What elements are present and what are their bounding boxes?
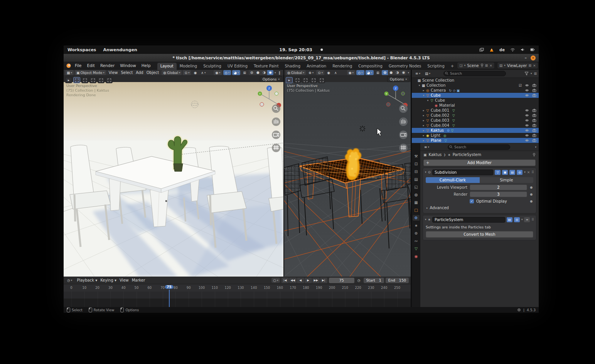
outliner-search-input[interactable] (443, 71, 506, 76)
add-modifier-button[interactable]: + Add Modifier (423, 159, 536, 166)
expand-arrow-icon[interactable]: ▸ (422, 124, 425, 127)
properties-tab-object[interactable]: □ (413, 207, 420, 213)
viewport-right-options-button[interactable]: Options▾ (387, 76, 410, 82)
viewport-menu-add[interactable]: Add (134, 70, 145, 75)
edit-mode-toggle[interactable]: ▽ (495, 170, 501, 175)
next-keyframe-button[interactable]: ▶▶ (312, 278, 320, 283)
workspace-tab-scripting[interactable]: Scripting (424, 63, 447, 70)
hide-viewport-eye-icon[interactable] (525, 84, 529, 87)
timeline-ruler[interactable]: 0102030405060708090100110120130140150160… (64, 284, 411, 292)
blender-logo-icon[interactable] (66, 63, 71, 68)
properties-search-input[interactable] (448, 144, 510, 150)
snap-magnet-icon[interactable]: ⊙▾ (183, 70, 191, 75)
hide-viewport-eye-icon[interactable] (525, 129, 529, 132)
pivot-point-selector[interactable]: ◉▾ (347, 70, 355, 75)
wifi-icon[interactable] (510, 48, 515, 52)
disable-render-camera-icon[interactable] (532, 89, 536, 92)
wireframe-scene-canvas[interactable]: Z Y (284, 76, 411, 277)
preview-range-toggle[interactable]: ◷ (356, 278, 362, 283)
unlink-scene-icon[interactable]: × (489, 64, 492, 67)
outliner-row-collection[interactable]: ▾▦Collection☑ (412, 83, 539, 88)
properties-tab-view-layer[interactable]: ▤ (413, 176, 420, 182)
select-lasso-tool[interactable] (310, 77, 317, 83)
proportional-falloff-icon[interactable]: ∧ (333, 70, 339, 75)
properties-tab-particles[interactable]: ∗ (413, 223, 420, 228)
properties-tab-render[interactable]: ⊡ (413, 161, 420, 167)
workspace-tab-modeling[interactable]: Modeling (177, 63, 201, 70)
viewport-menu-view[interactable]: View (107, 70, 120, 75)
viewport-wireframe[interactable]: ◍ Global▾ ⊗▾ ⊙▾ ◉ ∧ ◉▾ ◇▾ ◕▾ ⊞ ◍ ● ◑ ◉ ▾… (284, 70, 411, 277)
filter-icon[interactable] (524, 72, 529, 75)
expand-arrow-icon[interactable]: ▾ (422, 94, 425, 97)
expand-arrow-icon[interactable]: ▸ (422, 114, 425, 117)
transform-orientation-selector[interactable]: ◍ Global▾ (286, 70, 306, 75)
exclude-checkbox[interactable]: ☑ (519, 84, 522, 87)
outliner-row-cube-001[interactable]: ▸▽Cube.001▽ (412, 108, 539, 113)
proportional-falloff-icon[interactable]: ∧▾ (199, 70, 207, 75)
volume-icon[interactable] (521, 48, 525, 52)
display-mode-selector[interactable]: ▤▾ (423, 71, 432, 76)
select-box-tool[interactable] (73, 77, 80, 83)
convert-to-mesh-button[interactable]: Convert to Mesh (426, 231, 533, 238)
hide-viewport-eye-icon[interactable] (525, 139, 529, 142)
cursor-tool[interactable] (98, 77, 105, 83)
properties-options-icon[interactable]: ▾ (535, 146, 536, 149)
clock[interactable]: 19. Sep 20:03 (279, 47, 312, 52)
render-pause-button[interactable]: ∥ (277, 70, 282, 75)
snap-magnet-icon[interactable]: ⊙▾ (316, 70, 324, 75)
levels-viewport-field[interactable]: 2 (470, 185, 527, 190)
timeline-editor[interactable]: ◷▾ Playback ▾Keying ▾ViewMarker ○▾ |◀ ◀◀… (64, 277, 411, 307)
play-reverse-button[interactable]: ◀ (297, 278, 304, 283)
select-circle-tool[interactable] (302, 77, 309, 83)
new-collection-button[interactable]: ⊞ (534, 72, 537, 75)
render-toggle[interactable]: ◎ (514, 217, 520, 222)
animate-dot[interactable]: ● (529, 193, 533, 196)
overlays-toggle[interactable]: ◕▾ (232, 70, 240, 75)
disable-render-camera-icon[interactable] (532, 119, 536, 122)
hide-viewport-eye-icon[interactable] (525, 89, 529, 92)
pin-icon[interactable] (533, 153, 536, 157)
expand-arrow-icon[interactable]: ▸ (422, 134, 425, 137)
frame-start-field[interactable]: Start1 (364, 278, 384, 283)
outliner-row-plane[interactable]: ▸▽Plane▽ (412, 138, 539, 143)
workspace-tab-layout[interactable]: Layout (157, 63, 177, 70)
select-circle-tool[interactable] (81, 77, 88, 83)
expand-icon[interactable]: ▾ (425, 171, 426, 174)
minimize-button[interactable]: – (525, 55, 527, 60)
close-modifier-icon[interactable]: × (527, 170, 530, 174)
properties-tab-modifiers[interactable]: ⚙ (413, 215, 420, 221)
extras-dropdown-icon[interactable]: ▾ (521, 218, 523, 221)
shading-rendered-button[interactable]: ◉ (267, 70, 273, 75)
properties-tab-tool[interactable]: ⚒ (413, 153, 420, 159)
playhead-line[interactable] (169, 290, 170, 307)
close-button[interactable]: × (531, 55, 536, 60)
outliner-row-cube[interactable]: ▾▽Cube (412, 93, 539, 98)
workspace-tab-animation[interactable]: Animation (303, 63, 329, 70)
app-menu-render[interactable]: Render (98, 63, 117, 68)
play-button[interactable]: ▶ (305, 278, 312, 283)
outliner-row-material[interactable]: ◉Material (412, 103, 539, 108)
move-tool[interactable] (106, 77, 113, 83)
viewport-left-options-button[interactable]: Options▾ (260, 76, 282, 82)
disable-render-camera-icon[interactable] (532, 129, 536, 132)
jump-to-start-button[interactable]: |◀ (281, 278, 289, 283)
expand-arrow-icon[interactable]: ▸ (422, 89, 425, 92)
viewport-menu-select[interactable]: Select (120, 70, 135, 75)
applications-menu[interactable]: Anwendungen (103, 47, 137, 52)
render-levels-field[interactable]: 3 (470, 191, 527, 197)
shading-material-button[interactable]: ◑ (394, 70, 400, 75)
workspace-tab-rendering[interactable]: Rendering (329, 63, 355, 70)
properties-tab-world[interactable]: ◍ (413, 192, 420, 198)
outliner-row-cube[interactable]: ▾▽Cube (412, 98, 539, 103)
select-lasso-tool[interactable] (89, 77, 96, 83)
disable-render-camera-icon[interactable] (532, 139, 536, 142)
timeline-menu-view[interactable]: View (118, 278, 130, 282)
expand-icon[interactable]: ▾ (425, 218, 426, 221)
simple-button[interactable]: Simple (480, 177, 534, 183)
battery-icon[interactable] (530, 48, 535, 52)
select-box-tool[interactable] (294, 77, 301, 83)
hide-viewport-eye-icon[interactable] (525, 94, 529, 97)
expand-arrow-icon[interactable]: ▸ (422, 139, 425, 142)
shading-dropdown-icon[interactable]: ▾ (408, 71, 409, 74)
cursor-tool[interactable] (318, 77, 325, 83)
